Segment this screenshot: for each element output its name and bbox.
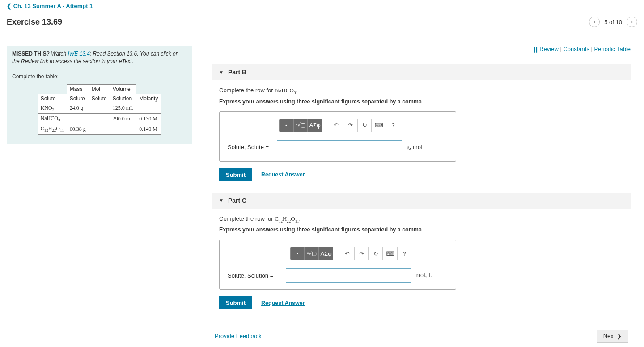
reset-button[interactable]: ↻ <box>369 247 383 260</box>
periodic-table-link[interactable]: Periodic Table <box>594 46 631 52</box>
provide-feedback-link[interactable]: Provide Feedback <box>215 333 262 339</box>
templates-button[interactable]: ▪ <box>290 247 305 260</box>
keyboard-button[interactable]: ⌨ <box>372 119 386 132</box>
part-c-header[interactable]: ▼ Part C <box>212 193 631 209</box>
breadcrumb-back-link[interactable]: ❮ Ch. 13 Summer A - Attempt 1 <box>7 3 93 9</box>
table-row: KNO3 24.0 g 125.0 mL <box>38 103 161 113</box>
part-c-prompt: Complete the row for C12H22O11. <box>219 215 624 223</box>
redo-button[interactable]: ↷ <box>343 119 357 132</box>
part-b-answer-box: ▪ ⁿ√▢ ΑΣφ ↶ ↷ ↻ ⌨ ? Solute, Solute = g, … <box>219 111 456 162</box>
help-button[interactable]: ? <box>386 119 400 132</box>
part-b-request-answer-link[interactable]: Request Answer <box>261 171 305 178</box>
complete-table-label: Complete the table: <box>12 73 186 80</box>
pager-prev-button[interactable]: ‹ <box>589 17 600 27</box>
undo-button[interactable]: ↶ <box>329 119 343 132</box>
undo-button[interactable]: ↶ <box>340 247 354 260</box>
part-c-request-answer-link[interactable]: Request Answer <box>261 300 305 306</box>
pager-next-button[interactable]: › <box>627 17 637 27</box>
missed-label: MISSED THIS? <box>12 51 50 57</box>
caret-down-icon: ▼ <box>219 198 224 203</box>
part-b-answer-label: Solute, Solute = <box>228 144 272 150</box>
part-b-prompt: Complete the row for NaHCO3. <box>219 87 624 95</box>
part-c-answer-input[interactable] <box>286 268 411 283</box>
page-title: Exercise 13.69 <box>7 17 62 27</box>
part-c-answer-box: ▪ ⁿ√▢ ΑΣφ ↶ ↷ ↻ ⌨ ? Solute, Solution = m… <box>219 240 456 290</box>
table-row: NaHCO3 290.0 mL 0.130 M <box>38 113 161 124</box>
hint-box: MISSED THIS? Watch IWE 13.4; Read Sectio… <box>7 46 192 144</box>
iwe-link[interactable]: IWE 13.4 <box>68 51 90 57</box>
data-table: Mass Mol Volume Solute Solute Solute Sol… <box>38 84 161 135</box>
caret-down-icon: ▼ <box>219 70 224 75</box>
templates-button[interactable]: ▪ <box>279 119 293 132</box>
redo-button[interactable]: ↷ <box>354 247 369 260</box>
review-icon <box>534 46 538 53</box>
part-c-submit-button[interactable]: Submit <box>219 296 252 309</box>
greek-button[interactable]: ΑΣφ <box>319 247 333 260</box>
constants-link[interactable]: Constants <box>563 46 589 52</box>
math-root-button[interactable]: ⁿ√▢ <box>305 247 319 260</box>
pager-text: 5 of 10 <box>604 19 622 26</box>
table-row: C12H22O11 60.38 g 0.140 M <box>38 124 161 134</box>
part-c-answer-label: Solute, Solution = <box>228 272 281 279</box>
keyboard-button[interactable]: ⌨ <box>383 247 397 260</box>
math-root-button[interactable]: ⁿ√▢ <box>293 119 308 132</box>
part-b-submit-button[interactable]: Submit <box>219 168 252 181</box>
pager: ‹ 5 of 10 › <box>589 17 637 27</box>
help-button[interactable]: ? <box>397 247 411 260</box>
part-b-units: g, mol <box>407 144 423 151</box>
reset-button[interactable]: ↻ <box>357 119 372 132</box>
part-c-instruction: Express your answers using three signifi… <box>219 227 624 233</box>
part-b-answer-input[interactable] <box>277 140 402 154</box>
part-b-header[interactable]: ▼ Part B <box>212 64 631 80</box>
greek-button[interactable]: ΑΣφ <box>308 119 322 132</box>
next-button[interactable]: Next ❯ <box>597 330 628 343</box>
review-link[interactable]: Review <box>539 46 559 52</box>
part-c-units: mol, L <box>415 272 432 279</box>
part-b-instruction: Express your answers using three signifi… <box>219 99 624 105</box>
